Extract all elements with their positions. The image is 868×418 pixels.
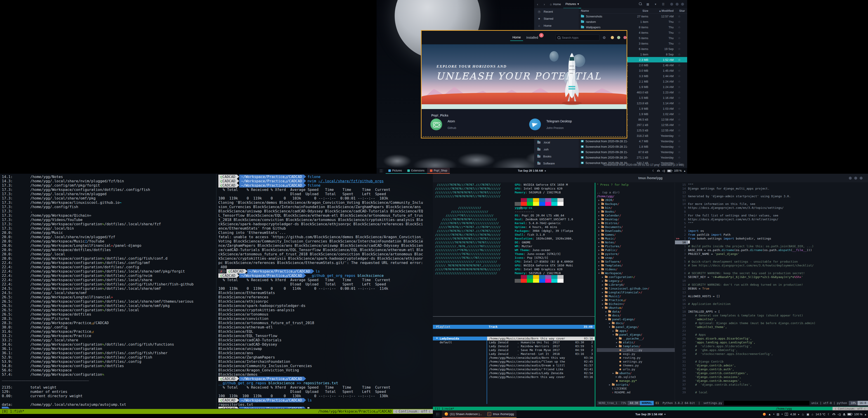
tree-dir-Music[interactable]: ▸Music♫/ [597,294,675,298]
tree-dir-panel_django[interactable]: ▾panel_django/ [597,333,675,336]
sidebar-item-recent[interactable]: ◷Recent [534,8,579,15]
tree-line[interactable]: " Press ? for help [597,183,675,187]
wifi-icon[interactable] [657,170,660,172]
tree-dir-Public[interactable]: ▸Public/ [597,248,675,252]
tree-dir-Workspace[interactable]: ▾Workspace/ [597,271,675,275]
app-grid-icon[interactable] [379,169,383,173]
star-icon[interactable]: ☆ [674,129,685,132]
sidebar-item-Books[interactable]: Books [534,153,579,160]
code-line[interactable]: 32 'django.contrib.admin', [675,363,868,367]
tree-file-LICENSE[interactable]: §LICENSE [597,387,675,390]
taskbar-window-pictures[interactable]: Pictures [385,168,405,174]
code-line[interactable]: 13 [675,291,868,294]
tree-dir-Ubuntu[interactable]: ▾Ubuntu✿/ [597,306,675,310]
tree-file-db.sqlite3[interactable]: ≡db.sqlite3 [597,375,675,379]
night-light-icon[interactable]: ☾ [828,413,831,416]
volume-icon[interactable]: ◁) [837,413,841,416]
tree-dir-data[interactable]: ▸data/ [597,310,675,314]
tmux-pane-neofetch[interactable]: ///////767676///76767.///76767//////GPU:… [435,183,594,316]
code-line[interactable]: 2from pathlib import Path [675,233,868,237]
star-icon[interactable]: ☆ [674,69,685,72]
tmux-pane-divider-horizontal[interactable] [433,316,595,317]
star-icon[interactable]: ☆ [674,112,685,116]
code-line[interactable]: 13 [675,190,868,194]
search-icon[interactable] [636,2,644,6]
code-line[interactable]: 1# Build paths inside the project like t… [675,244,868,248]
caffeine-icon[interactable]: ♨ [802,413,804,416]
tmux-pane-divider-vertical[interactable] [595,183,595,407]
code-line[interactable]: 3import os [675,229,868,233]
tree-dir-Games[interactable]: ▸Games/ [597,233,675,237]
tree-dir-Calendar[interactable]: ▸Calendar/ [597,213,675,217]
code-line[interactable]: 31 # Django Contrib [675,360,868,363]
breadcrumb-home[interactable]: ⌂Home [548,0,563,8]
chevron-down-icon[interactable]: ▾ [782,413,783,415]
tree-dir-Distros[interactable]: ▸Distros/ [597,221,675,225]
terminal-titlebar[interactable]: tmux /home/ygg [433,174,868,182]
star-icon[interactable]: ☆ [674,74,685,78]
list-header[interactable]: Name Size ▴ Modified Star [579,8,687,13]
tree-file-asgi.py[interactable]: asgi.py [597,352,675,356]
tree-dir-Videos[interactable]: ▸Videos/ [597,267,675,271]
code-line[interactable]: 26 'apps.landing.apps.LandingConfig', [675,340,868,344]
track-item[interactable]: Lady Zenaid . Rainbow Warriors 201703:59… [487,344,595,348]
taskbar-window-tmux[interactable]: >_ tmux /home/ygg [485,410,517,418]
code-line[interactable]: 21 # Optional: Django admin theme (must … [675,321,868,325]
code-line[interactable]: 10 [675,279,868,283]
file-row[interactable]: random1 itemThu☆ [579,19,687,24]
clock[interactable]: Tue Sep 29 1:56 AM [636,413,666,416]
code-line[interactable]: 9SECRET_KEY = 'r#=#8anah*p(_6j)&b+_5()2g… [675,275,868,279]
tree-dir-configuration[interactable]: ▸configuration✎/ [597,275,675,279]
tree-dir-Software[interactable]: ▸Software/ [597,260,675,264]
code-line[interactable]: 11 [675,198,868,202]
code-line[interactable]: 25 'apps.disarb.apps.DisarbConfig', [675,336,868,340]
star-icon[interactable]: ☆ [674,134,685,138]
code-line[interactable]: 5# Quick-start development settings - un… [675,260,868,264]
star-icon[interactable]: ☆ [674,107,685,110]
code-line[interactable]: 5""" [675,221,868,225]
tree-line[interactable] [597,187,675,190]
gear-icon[interactable]: ⚙ [602,35,606,40]
track-item[interactable]: Lady Zenaid . Humanite Uni Toi 201703:30… [487,340,595,344]
tree-dir-panel_django[interactable]: ▾panel_django/ [597,325,675,329]
code-line[interactable]: 39 # local [675,390,868,394]
star-icon[interactable]: ☆ [674,140,685,143]
tree-dir-Backups[interactable]: ▸Backups/ [597,202,675,206]
star-icon[interactable]: ☆ [674,145,685,148]
tree-dir-docs[interactable]: ▸docs/ [597,321,675,325]
tree-dir-scripts[interactable]: ▸scripts/ [597,383,675,387]
tree-dir-linuxiscoolgithubio[interactable]: ▸linuxiscool.github.io>/ [597,287,675,291]
star-icon[interactable]: ☆ [674,36,685,40]
tree-dir-Music[interactable]: ▸Music/ [597,237,675,240]
tree-file-__init__.py[interactable]: __init__.py [597,348,675,352]
wifi-icon[interactable] [833,413,835,415]
code-line[interactable]: 17 [675,306,868,310]
tmux-pane-autojump[interactable]: 14.1:/home/ygg/Notes14.3:/home/ygg/.loca… [2,175,214,409]
tab-installed[interactable]: Installed3 [524,34,540,41]
code-line[interactable]: 18INSTALLED_APPS = [ [675,310,868,314]
code-line[interactable]: 20 'adminlte3', [675,317,868,321]
code-line[interactable]: 37 # 'django.contrib.staticfiles', [675,383,868,387]
code-line[interactable]: 2BASE_DIR = os.path.dirname(os.path.dirn… [675,248,868,252]
track-item[interactable]: /home/ygg/Music/zenaida/audio/Lady Zenai… [487,371,595,375]
star-icon[interactable]: ☆ [674,26,685,29]
sidebar-item-local[interactable]: .local [534,139,579,146]
code-line[interactable]: 35 'django.contrib.sessions', [675,375,868,379]
code-line[interactable]: 27 # 'sliders.apps.SlidersConfig', [675,344,868,348]
code-line[interactable]: 16 [675,240,868,244]
sidebar-item-Software[interactable]: Software [534,160,579,167]
code-line[interactable]: 30 [675,356,868,360]
code-line[interactable]: 14ALLOWED_HOSTS = [] [675,294,868,298]
tree-dir-Templates[interactable]: ▸Templates/ [597,264,675,267]
star-icon[interactable]: ☆ [674,64,685,67]
code-line[interactable]: 15 [675,298,868,302]
track-item[interactable]: /home/ygg/Music/zenaida/audio/“Clean up … [487,360,595,363]
tree-dir-LongtailFinancial[interactable]: ▸LongtailFinancial✈/ [597,291,675,294]
tree-dir-apps[interactable]: ▸apps/ [597,329,675,333]
window-controls[interactable] [670,3,684,6]
battery-icon[interactable] [667,170,672,172]
tree-dir-Documents[interactable]: ▸Documents/ [597,225,675,229]
tab-home[interactable]: Home [510,34,523,41]
tree-dir-Qichain[interactable]: ▸Qichain∞/ [597,302,675,306]
star-icon[interactable]: ☆ [674,80,685,83]
